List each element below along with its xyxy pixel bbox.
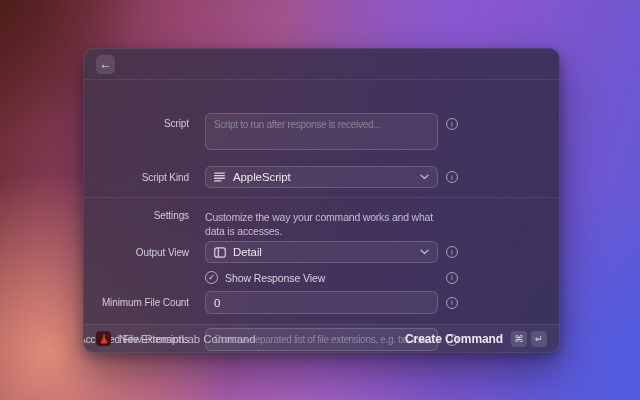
settings-row: Settings Customize the way your command … xyxy=(84,210,559,238)
show-response-view-checkbox[interactable]: ✓ Show Response View xyxy=(205,271,438,284)
output-view-row: Output View Detail i xyxy=(84,241,559,263)
settings-description: Customize the way your command works and… xyxy=(205,210,455,238)
info-icon[interactable]: i xyxy=(446,171,458,183)
minimum-file-count-input[interactable] xyxy=(205,291,438,314)
output-view-dropdown[interactable]: Detail xyxy=(205,241,438,263)
script-kind-value: AppleScript xyxy=(233,171,413,183)
window-header: ← xyxy=(84,49,559,80)
promptlab-command-window: ← Script i Script Kind AppleScript xyxy=(83,48,560,353)
script-label: Script xyxy=(164,118,189,129)
command-key-icon: ⌘ xyxy=(511,331,527,347)
script-kind-dropdown[interactable]: AppleScript xyxy=(205,166,438,188)
create-command-button[interactable]: Create Command xyxy=(405,332,503,346)
info-icon[interactable]: i xyxy=(446,246,458,258)
minimum-file-count-label: Minimum File Count xyxy=(102,297,189,308)
detail-view-icon xyxy=(214,247,226,258)
command-title: New PromptLab Command xyxy=(119,333,256,345)
script-row: Script i xyxy=(84,113,559,150)
script-kind-row: Script Kind AppleScript i xyxy=(84,166,559,188)
output-view-label: Output View xyxy=(136,247,189,258)
script-textarea[interactable] xyxy=(205,113,438,150)
checkbox-checked-icon: ✓ xyxy=(205,271,218,284)
shortcut-keys: ⌘ ↵ xyxy=(511,331,547,347)
info-icon[interactable]: i xyxy=(446,272,458,284)
return-key-icon: ↵ xyxy=(531,331,547,347)
script-kind-label: Script Kind xyxy=(142,172,189,183)
minimum-file-count-row: Minimum File Count i xyxy=(84,291,559,314)
window-footer: New PromptLab Command Create Command ⌘ ↵ xyxy=(84,324,559,352)
text-alignment-icon xyxy=(214,172,226,182)
back-arrow-icon: ← xyxy=(100,55,112,74)
info-icon[interactable]: i xyxy=(446,118,458,130)
show-response-view-row: ✓ Show Response View i xyxy=(84,271,559,284)
section-divider xyxy=(84,197,559,198)
chevron-down-icon xyxy=(420,249,429,255)
show-response-view-label: Show Response View xyxy=(225,272,325,284)
output-view-value: Detail xyxy=(233,246,413,258)
form-content: Script i Script Kind AppleScript xyxy=(84,80,559,324)
back-button[interactable]: ← xyxy=(96,55,115,74)
chevron-down-icon xyxy=(420,174,429,180)
footer-actions: Create Command ⌘ ↵ xyxy=(405,331,547,347)
settings-label: Settings xyxy=(154,210,189,221)
promptlab-flask-icon xyxy=(96,331,111,346)
info-icon[interactable]: i xyxy=(446,297,458,309)
